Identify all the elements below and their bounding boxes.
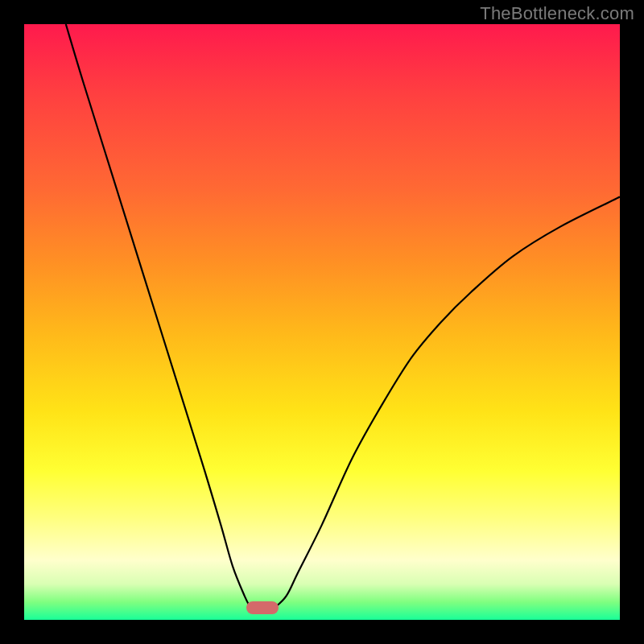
chart-frame: TheBottleneck.com (0, 0, 644, 644)
left-branch-curve (66, 24, 250, 608)
plot-area (24, 24, 620, 620)
valley-marker (246, 601, 279, 614)
curve-layer (24, 24, 620, 620)
watermark-text: TheBottleneck.com (480, 3, 634, 24)
right-branch-curve (275, 197, 620, 609)
